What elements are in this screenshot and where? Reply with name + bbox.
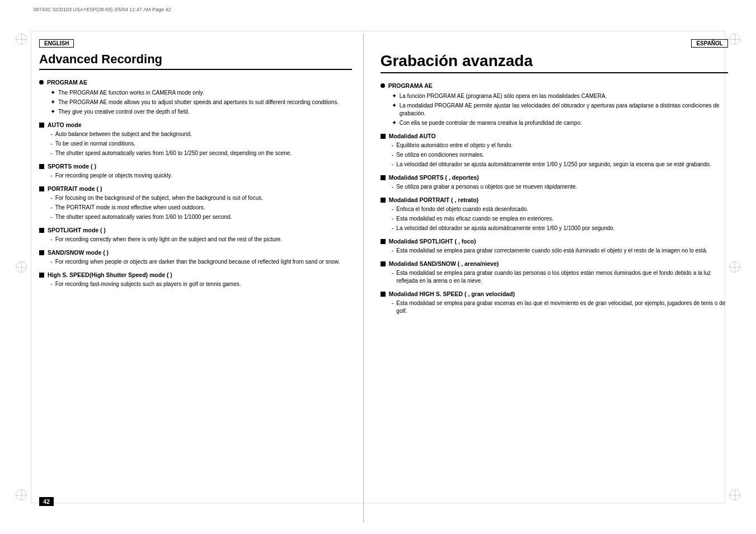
english-program-ae-text-1: The PROGRAM AE function works in CAMERA … — [58, 89, 204, 97]
dash-sym-sports-1: - — [50, 172, 53, 179]
english-program-ae-item-1: ✦ The PROGRAM AE function works in CAMER… — [50, 89, 352, 97]
spanish-sandsnow-mode-label: Modalidad SAND/SNOW ( , arena/nieve) — [389, 260, 499, 267]
dash-sym-portrait-3: - — [50, 213, 53, 220]
spanish-highspeed-item-1: - Esta modalidad se emplea para grabar e… — [392, 299, 728, 315]
spanish-section-title: Grabación avanzada — [381, 52, 728, 73]
spanish-spotlight-mode-label: Modalidad SPOTLIGHT ( , foco) — [389, 238, 476, 245]
spanish-auto-text-3: La velocidad del obturador se ajusta aut… — [396, 161, 711, 168]
english-auto-text-3: The shutter speed automatically varies f… — [55, 149, 292, 157]
dash-sym-es-auto-3: - — [392, 161, 394, 167]
spanish-sandsnow-item-1: - Esta modalidad se emplea para grabar c… — [392, 269, 728, 285]
spanish-sports-mode-label: Modalidad SPORTS ( , deportes) — [389, 174, 479, 181]
english-sandsnow-mode-header: SAND/SNOW mode ( ) — [39, 249, 352, 256]
dash-sym-es-sports-1: - — [392, 183, 394, 190]
english-portrait-mode-header: PORTRAIT mode ( ) — [39, 185, 352, 192]
spanish-sandsnow-mode-header: Modalidad SAND/SNOW ( , arena/nieve) — [381, 260, 728, 267]
dash-sym-portrait-2: - — [50, 204, 53, 210]
dash-sym-es-highspeed-1: - — [392, 299, 394, 306]
spanish-lang-badge: ESPAÑOL — [691, 39, 728, 48]
spanish-highspeed-mode-label: Modalidad HIGH S. SPEED ( , gran velocid… — [389, 291, 515, 297]
english-spotlight-mode-header: SPOTLIGHT mode ( ) — [39, 227, 352, 233]
english-program-ae-item-3: ✦ They give you creative control over th… — [50, 108, 352, 116]
english-program-ae-item-2: ✦ The PROGRAM AE mode allows you to adju… — [50, 99, 352, 106]
english-portrait-mode-label: PORTRAIT mode ( ) — [48, 185, 102, 192]
dash-sym-sandsnow-1: - — [50, 258, 53, 265]
english-portrait-item-3: - The shutter speed automatically varies… — [50, 213, 352, 221]
content-area: ENGLISH Advanced Recording PROGRAM AE ✦ … — [17, 11, 739, 523]
english-highspeed-text-1: For recording fast-moving subjects such … — [55, 280, 241, 288]
english-auto-text-2: To be used in normal conditions. — [55, 140, 135, 148]
english-spotlight-item-1: - For recording correctly when there is … — [50, 236, 352, 243]
circle-dot-programae-es — [381, 83, 385, 88]
english-auto-mode-header: AUTO mode — [39, 121, 352, 128]
spanish-portrait-item-3: - La velocidad del obturador se ajusta a… — [392, 224, 728, 232]
english-sports-mode-header: SPORTS mode ( ) — [39, 163, 352, 170]
spanish-sandsnow-text-1: Esta modalidad se emplea para grabar cua… — [396, 269, 728, 285]
spanish-program-ae-header: PROGRAMA AE — [381, 82, 728, 89]
english-auto-item-3: - The shutter speed automatically varies… — [50, 149, 352, 157]
trim-line-top — [31, 31, 725, 31]
english-program-ae-text-2: The PROGRAM AE mode allows you to adjust… — [58, 99, 339, 106]
english-column: ENGLISH Advanced Recording PROGRAM AE ✦ … — [17, 34, 364, 523]
english-highspeed-mode-label: High S. SPEED(High Shutter Speed) mode (… — [48, 271, 172, 278]
cross-sym-3: ✦ — [50, 108, 55, 115]
square-bullet-auto-es — [381, 134, 386, 139]
spanish-program-ae-item-2: ✦ La modalidad PROGRAM AE permite ajusta… — [392, 102, 728, 118]
spanish-auto-mode-label: Modalidad AUTO — [389, 133, 436, 139]
square-bullet-portrait-es — [381, 198, 386, 203]
english-sports-item-1: - For recording people or objects moving… — [50, 172, 352, 180]
spanish-program-ae-item-1: ✦ La función PROGRAM AE (programa AE) só… — [392, 92, 728, 100]
square-bullet-sports — [39, 164, 44, 169]
cross-sym-2: ✦ — [50, 99, 55, 106]
spanish-highspeed-mode-header: Modalidad HIGH S. SPEED ( , gran velocid… — [381, 291, 728, 297]
circle-dot-programae — [39, 80, 44, 85]
english-sports-text-1: For recording people or objects moving q… — [55, 172, 172, 180]
spanish-sports-item-1: - Se utiliza para grabar a personas u ob… — [392, 183, 728, 191]
english-sports-mode-label: SPORTS mode ( ) — [48, 163, 96, 170]
spanish-sports-mode-header: Modalidad SPORTS ( , deportes) — [381, 174, 728, 181]
english-auto-text-1: Auto balance between the subject and the… — [55, 130, 192, 138]
spanish-program-ae-text-3: Con ella se puede controlar de manera cr… — [400, 119, 582, 127]
english-portrait-text-1: For focusing on the background of the su… — [55, 194, 263, 202]
spanish-auto-mode-header: Modalidad AUTO — [381, 133, 728, 139]
spanish-portrait-item-1: - Enfoca el fondo del objeto cuando está… — [392, 205, 728, 213]
dash-sym-portrait-1: - — [50, 194, 53, 201]
english-section-title: Advanced Recording — [39, 52, 352, 70]
square-bullet-sandsnow — [39, 250, 44, 255]
english-spotlight-mode-label: SPOTLIGHT mode ( ) — [48, 227, 106, 233]
spanish-program-ae-item-3: ✦ Con ella se puede controlar de manera … — [392, 119, 728, 127]
spanish-portrait-text-3: La velocidad del obturador se ajusta aut… — [396, 224, 614, 232]
spanish-program-ae-label: PROGRAMA AE — [388, 82, 433, 89]
english-auto-mode-label: AUTO mode — [48, 121, 81, 128]
english-program-ae-header: PROGRAM AE — [39, 79, 352, 86]
english-sandsnow-text-1: For recording when people or objects are… — [55, 258, 340, 266]
spanish-portrait-text-2: Esta modalidad es más eficaz cuando se e… — [396, 215, 553, 223]
dash-sym-es-spotlight-1: - — [392, 247, 394, 254]
dash-sym-es-portrait-1: - — [392, 205, 394, 212]
english-portrait-item-2: - The PORTRAIT mode is most effective wh… — [50, 204, 352, 212]
english-portrait-text-3: The shutter speed automatically varies f… — [55, 213, 232, 221]
dash-sym-highspeed-1: - — [50, 280, 53, 287]
english-portrait-text-2: The PORTRAIT mode is most effective when… — [55, 204, 205, 212]
english-sandsnow-mode-label: SAND/SNOW mode ( ) — [48, 249, 109, 256]
dash-sym-es-auto-2: - — [392, 151, 394, 158]
spanish-column: ESPAÑOL Grabación avanzada PROGRAMA AE ✦… — [364, 34, 739, 523]
english-highspeed-mode-header: High S. SPEED(High Shutter Speed) mode (… — [39, 271, 352, 278]
spanish-portrait-mode-label: Modalidad PORTRAIT ( , retrato) — [389, 196, 478, 203]
spanish-portrait-mode-header: Modalidad PORTRAIT ( , retrato) — [381, 196, 728, 203]
english-portrait-item-1: - For focusing on the background of the … — [50, 194, 352, 202]
english-sandsnow-item-1: - For recording when people or objects a… — [50, 258, 352, 266]
english-auto-item-1: - Auto balance between the subject and t… — [50, 130, 352, 138]
cross-sym-1: ✦ — [50, 89, 55, 96]
square-bullet-highspeed — [39, 273, 44, 278]
page-number: 42 — [39, 497, 54, 506]
cross-sym-es-1: ✦ — [392, 92, 397, 100]
spanish-sports-text-1: Se utiliza para grabar a personas u obje… — [396, 183, 577, 191]
dash-sym-es-sandsnow-1: - — [392, 269, 394, 276]
square-bullet-auto — [39, 123, 44, 128]
square-bullet-sports-es — [381, 175, 386, 180]
square-bullet-highspeed-es — [381, 292, 386, 297]
english-lang-badge: ENGLISH — [39, 39, 74, 48]
spanish-auto-item-3: - La velocidad del obturador se ajusta a… — [392, 161, 728, 168]
cross-sym-es-3: ✦ — [392, 119, 397, 127]
